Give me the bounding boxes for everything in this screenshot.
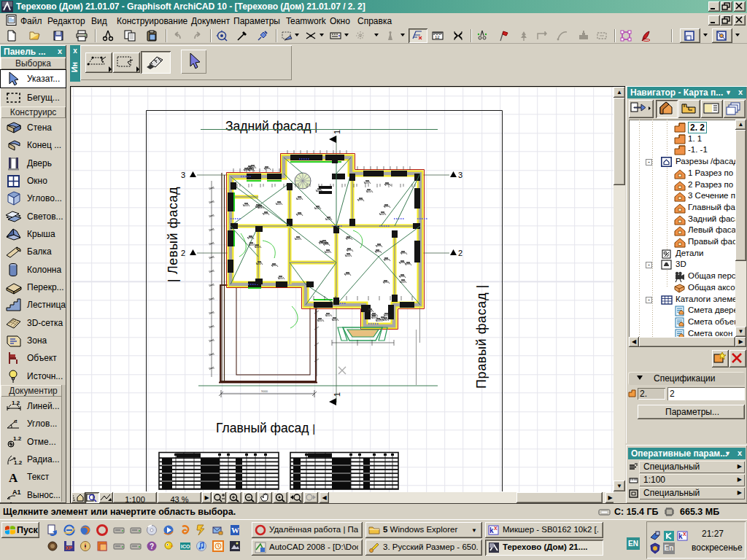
- svg-text:9000: 9000: [261, 389, 268, 393]
- svg-text:1: 1: [333, 392, 341, 397]
- svg-text:2: 2: [181, 249, 185, 257]
- svg-text:2: 2: [458, 249, 462, 257]
- svg-text:A1: A1: [12, 489, 21, 496]
- svg-text:α: α: [14, 418, 18, 424]
- svg-text:3: 3: [458, 171, 462, 179]
- svg-text:XP: XP: [66, 545, 73, 551]
- svg-text:ICO: ICO: [181, 544, 190, 549]
- svg-text:1: 1: [333, 130, 341, 134]
- svg-text:3: 3: [181, 171, 185, 179]
- svg-text:X: X: [494, 526, 498, 531]
- svg-text:1.2: 1.2: [12, 400, 20, 406]
- svg-text:W: W: [231, 526, 239, 534]
- svg-text:X: X: [683, 532, 686, 537]
- svg-text:1.2: 1.2: [13, 435, 22, 442]
- svg-text:Правый фасад |: Правый фасад |: [474, 284, 489, 389]
- svg-text:?: ?: [150, 542, 154, 551]
- svg-text:| Левый фасад: | Левый фасад: [166, 187, 180, 282]
- svg-text:A: A: [9, 471, 18, 485]
- svg-text:12: 12: [435, 35, 440, 39]
- svg-text:1.2: 1.2: [14, 459, 23, 466]
- svg-text:Задний фасад |: Задний фасад |: [225, 119, 317, 133]
- svg-text:Главный фасад |: Главный фасад |: [216, 421, 315, 435]
